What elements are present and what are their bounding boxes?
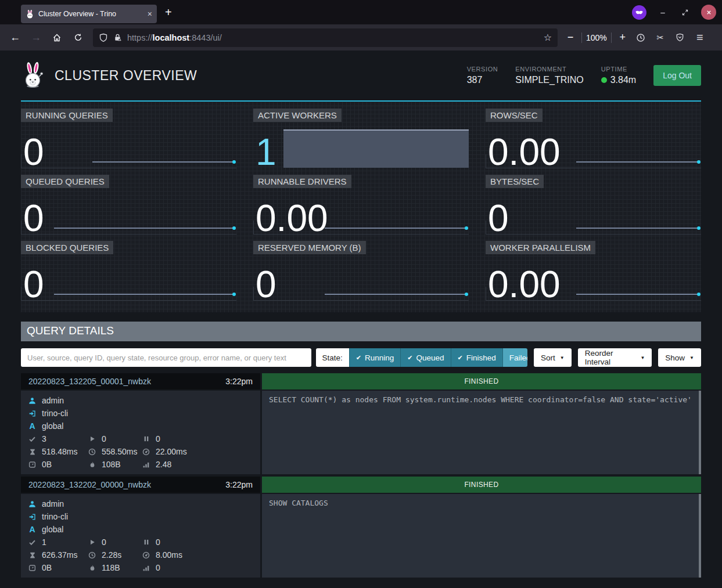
- peak-memory-flame-icon: [88, 461, 96, 468]
- stat-value: 0.00: [488, 266, 561, 303]
- back-button[interactable]: ←: [6, 28, 24, 47]
- browser-tab[interactable]: Cluster Overview - Trino ×: [21, 5, 157, 23]
- wall-time: 518.48ms: [42, 447, 77, 456]
- user-icon: [28, 500, 37, 508]
- stat-label: RUNNABLE DRIVERS: [253, 175, 351, 188]
- scrollbar[interactable]: [699, 494, 701, 578]
- stat-tile-active-workers: ACTIVE WORKERS 1: [253, 109, 469, 171]
- pocket-shield-icon[interactable]: [671, 29, 689, 46]
- state-filter-label: State:: [316, 348, 349, 367]
- query-text: SELECT COUNT(*) as nodes FROM system.run…: [269, 395, 694, 404]
- new-tab-button[interactable]: +: [165, 6, 172, 19]
- reload-button[interactable]: [69, 28, 87, 47]
- stat-value: 0: [23, 200, 44, 237]
- current-memory-scale-icon: [28, 461, 37, 468]
- query-resource-group: global: [42, 421, 63, 431]
- uptime-status-dot: [601, 77, 607, 83]
- sparkline-frame: [486, 221, 701, 235]
- zoom-in-button[interactable]: +: [616, 28, 630, 47]
- stat-value: 0.00: [256, 200, 328, 237]
- zoom-out-button[interactable]: −: [563, 28, 577, 47]
- tab-title: Cluster Overview - Trino: [38, 10, 143, 18]
- query-row-header: 20220823_132205_00001_nwbzk 3:22pm: [21, 373, 260, 389]
- filter-finished-button[interactable]: ✔Finished: [451, 348, 502, 367]
- query-details-panel: admin trino-cli Aglobal 3 0 0 518.48ms 5…: [21, 391, 260, 474]
- filter-failed-dropdown[interactable]: Failed▼: [502, 348, 527, 367]
- chevron-down-icon: ▼: [640, 355, 645, 360]
- forward-button[interactable]: →: [27, 28, 45, 47]
- query-time: 3:22pm: [225, 377, 253, 386]
- running-splits: 0: [102, 434, 106, 443]
- trino-favicon-icon: [26, 10, 34, 19]
- query-source: trino-cli: [42, 512, 68, 521]
- environment-label: ENVIRONMENT: [515, 66, 583, 73]
- minimize-button[interactable]: [657, 9, 669, 16]
- query-time: 3:22pm: [225, 480, 253, 489]
- filter-queued-button[interactable]: ✔Queued: [400, 348, 450, 367]
- bookmark-star-icon[interactable]: ☆: [544, 32, 552, 43]
- query-status-badge: FINISHED: [262, 477, 701, 493]
- user-icon: [28, 397, 37, 405]
- query-id-link[interactable]: 20220823_132205_00001_nwbzk: [28, 377, 151, 386]
- stat-label: QUEUED QUERIES: [21, 175, 109, 188]
- reorder-interval-dropdown[interactable]: Reorder Interval▼: [578, 348, 652, 367]
- cpu-time: 8.00ms: [156, 550, 182, 560]
- sparkline: [325, 294, 467, 295]
- running-splits-play-icon: [88, 539, 96, 546]
- history-clock-icon[interactable]: [632, 29, 649, 46]
- sparkline-frame: [21, 221, 236, 235]
- filter-running-button[interactable]: ✔Running: [349, 348, 401, 367]
- stat-value: 1: [256, 134, 276, 171]
- query-details-header: QUERY DETAILS: [21, 322, 701, 341]
- zoom-level[interactable]: 100%: [586, 33, 607, 42]
- check-icon: ✔: [356, 354, 361, 362]
- cpu-time-gauge-icon: [142, 551, 150, 559]
- running-splits-play-icon: [88, 435, 96, 442]
- logout-button[interactable]: Log Out: [653, 65, 701, 86]
- stat-label: RUNNING QUERIES: [21, 109, 113, 122]
- query-user: admin: [42, 499, 64, 508]
- sparkline: [576, 228, 699, 229]
- trino-cluster-overview-page: CLUSTER OVERVIEW VERSION 387 ENVIRONMENT…: [0, 50, 722, 588]
- completed-splits: 1: [42, 538, 46, 547]
- sparkline-area-fill: [283, 129, 469, 168]
- restore-button[interactable]: [679, 9, 691, 16]
- query-row-header: 20220823_132202_00000_nwbzk 3:22pm: [21, 477, 260, 493]
- home-button[interactable]: [48, 28, 66, 47]
- urlbar[interactable]: https://localhost:8443/ui/ ☆: [93, 28, 558, 47]
- lock-icon[interactable]: [113, 33, 122, 42]
- stat-label: ROWS/SEC: [486, 109, 543, 122]
- query-sql-panel: SELECT COUNT(*) as nodes FROM system.run…: [262, 391, 701, 474]
- query-filter-toolbar: State: ✔Running ✔Queued ✔Finished Failed…: [21, 348, 701, 367]
- wall-time-hourglass-icon: [28, 551, 37, 559]
- chevron-down-icon: ▼: [689, 355, 694, 360]
- cpu-time-gauge-icon: [142, 448, 150, 456]
- tab-close-icon[interactable]: ×: [148, 9, 152, 19]
- query-search-input[interactable]: [21, 348, 311, 367]
- sort-dropdown[interactable]: Sort▼: [534, 348, 572, 367]
- elapsed-time: 558.50ms: [102, 447, 137, 456]
- completed-splits: 3: [42, 434, 46, 443]
- stat-value: 0.00: [488, 134, 561, 171]
- completed-splits-check-icon: [28, 539, 37, 546]
- query-id-link[interactable]: 20220823_132202_00000_nwbzk: [28, 480, 151, 489]
- wall-time-hourglass-icon: [28, 448, 37, 456]
- show-dropdown[interactable]: Show▼: [658, 348, 701, 367]
- shield-icon[interactable]: [99, 33, 108, 42]
- cumulative-memory-chart-icon: [142, 564, 150, 572]
- resource-group-font-icon: A: [28, 525, 37, 533]
- completed-splits-check-icon: [28, 435, 37, 443]
- stat-tile-running-queries: RUNNING QUERIES 0: [21, 109, 236, 171]
- close-window-button[interactable]: [701, 5, 716, 20]
- query-row: 20220823_132202_00000_nwbzk 3:22pm FINIS…: [21, 477, 701, 578]
- stat-label: WORKER PARALLELISM: [486, 241, 595, 254]
- menu-hamburger-icon[interactable]: ≡: [691, 29, 709, 46]
- screenshot-scissors-icon[interactable]: ✂: [652, 29, 669, 46]
- sparkline: [325, 228, 467, 229]
- source-signin-icon: [28, 513, 37, 521]
- elapsed-time-clock-icon: [88, 448, 96, 456]
- uptime-info: UPTIME 3.84m: [601, 66, 636, 85]
- resource-group-font-icon: A: [28, 422, 37, 430]
- peak-memory: 118B: [102, 563, 120, 572]
- scrollbar[interactable]: [699, 391, 701, 474]
